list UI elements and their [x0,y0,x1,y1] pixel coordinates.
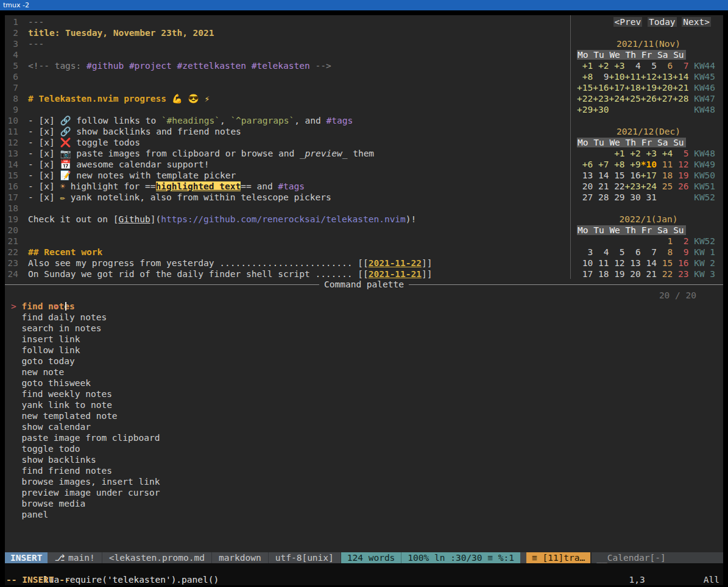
palette-item[interactable]: find daily notes [5,312,723,323]
github-url[interactable]: https://github.com/renerocksai/telekaste… [161,214,406,224]
calendar-day-cell[interactable]: +3 [641,149,657,158]
tag-project[interactable]: #project [129,61,172,71]
calendar-day-cell[interactable]: 9 [673,247,688,257]
calendar-day-cell[interactable]: 5 [609,247,624,257]
palette-item[interactable]: preview image under cursor [5,487,723,498]
calendar-day-cell[interactable]: +7 [593,160,609,169]
calendar-day-cell[interactable]: 22 [657,269,673,279]
calendar-day-cell[interactable]: +15 [577,83,593,93]
today-button[interactable]: Today [648,17,677,27]
palette-item[interactable]: paste image from clipboard [5,432,723,443]
calendar-day-cell[interactable]: 31 [641,192,657,202]
calendar-day-cell[interactable]: +9 [625,160,641,169]
calendar-day-cell[interactable]: 7 [673,61,688,71]
calendar-day-cell[interactable]: 1 [657,236,673,246]
calendar-day-cell[interactable]: +28 [673,94,688,104]
calendar-day-cell[interactable]: 23 [673,269,688,279]
next-button[interactable]: Next> [682,17,711,27]
calendar-day-cell[interactable]: +10 [609,72,624,82]
calendar-day-cell[interactable]: 18 [593,269,609,279]
calendar-day-cell[interactable]: +14 [673,72,688,82]
tag-zettelkasten[interactable]: #zettelkasten [177,61,246,71]
calendar-day-cell[interactable]: 2 [673,236,688,246]
calendar-day-cell[interactable]: *10 [641,160,657,169]
calendar-day-cell[interactable]: 15 [609,170,624,180]
calendar-day-cell[interactable]: 19 [673,170,688,180]
calendar-day-cell[interactable]: +29 [577,105,593,114]
calendar-day-cell[interactable]: +25 [625,94,641,104]
calendar-day-cell[interactable]: +30 [593,105,609,114]
calendar-day-cell[interactable]: 14 [593,170,609,180]
editor-pane[interactable]: 1---2title: Tuesday, November 23th, 2021… [5,15,570,279]
calendar-day-cell[interactable]: +8 [577,72,593,82]
calendar-day-cell[interactable]: +16 [593,83,609,93]
calendar-day-cell[interactable]: +26 [641,94,657,104]
calendar-day-cell[interactable]: +20 [657,83,673,93]
calendar-day-cell[interactable]: 27 [577,192,593,202]
calendar-day-cell[interactable]: +27 [657,94,673,104]
calendar-day-cell[interactable]: 14 [641,258,657,268]
calendar-day-cell[interactable]: 10 [577,258,593,268]
calendar-day-cell[interactable]: 13 [625,258,641,268]
calendar-day-cell[interactable]: 8 [657,247,673,257]
calendar-day-cell[interactable]: 22 [609,181,624,191]
calendar-day-cell[interactable]: +23 [593,94,609,104]
palette-item[interactable]: show backlinks [5,454,723,465]
calendar-day-cell[interactable]: +11 [625,72,641,82]
tag-github[interactable]: #github [87,61,124,71]
calendar-day-cell[interactable]: +18 [625,83,641,93]
calendar-day-cell[interactable]: 21 [593,181,609,191]
calendar-day-cell[interactable]: +1 [577,61,593,71]
calendar-day-cell[interactable]: +17 [641,170,657,180]
calendar-day-cell[interactable]: 15 [657,258,673,268]
calendar-day-cell[interactable]: 16 [625,170,641,180]
calendar-day-cell[interactable]: +4 [657,149,673,158]
calendar-day-cell[interactable]: 20 [625,269,641,279]
palette-item[interactable]: panel [5,509,723,520]
calendar-day-cell[interactable]: +13 [657,72,673,82]
palette-item[interactable]: new templated note [5,410,723,421]
calendar-day-cell[interactable]: +1 [609,149,624,158]
palette-item[interactable]: goto today [5,356,723,367]
calendar-day-cell[interactable]: 12 [609,258,624,268]
calendar-day-cell[interactable]: +23 [625,181,641,191]
prev-button[interactable]: <Prev [613,17,643,27]
calendar-day-cell[interactable]: +2 [593,61,609,71]
palette-item[interactable]: new note [5,367,723,378]
github-link[interactable]: Github [118,214,150,224]
palette-item[interactable]: insert link [5,334,723,345]
palette-item[interactable]: goto thisweek [5,378,723,388]
calendar-day-cell[interactable]: +22 [577,94,593,104]
palette-item-selected[interactable]: > find notes [5,301,723,312]
calendar-day-cell[interactable]: 3 [577,247,593,257]
calendar-day-cell[interactable]: 29 [609,192,624,202]
calendar-day-cell[interactable]: 7 [641,247,657,257]
calendar-day-cell[interactable]: 19 [609,269,624,279]
calendar-day-cell[interactable]: 11 [657,160,673,169]
calendar-day-cell[interactable]: +17 [609,83,624,93]
calendar-day-cell[interactable]: +24 [641,181,657,191]
calendar-day-cell[interactable]: 20 [577,181,593,191]
wikilink-2021-11-22[interactable]: 2021-11-22 [369,258,422,268]
calendar-day-cell[interactable]: 13 [577,170,593,180]
calendar-day-cell[interactable]: +8 [609,160,624,169]
calendar-day-cell[interactable]: 4 [625,61,641,71]
calendar-day-cell[interactable]: +24 [609,94,624,104]
calendar-day-cell[interactable]: 5 [673,149,688,158]
calendar-day-cell[interactable]: +21 [673,83,688,93]
calendar-day-cell[interactable]: 17 [577,269,593,279]
tag-tags[interactable]: #tags [278,181,305,191]
palette-item[interactable]: follow link [5,345,723,356]
calendar-day-cell[interactable]: 16 [673,258,688,268]
calendar-day-cell[interactable]: 4 [593,247,609,257]
calendar-day-cell[interactable]: 6 [657,61,673,71]
palette-item[interactable]: search in notes [5,323,723,334]
calendar-day-cell[interactable]: 30 [625,192,641,202]
palette-item[interactable]: find friend notes [5,465,723,476]
calendar-day-cell[interactable]: 21 [641,269,657,279]
calendar-day-cell[interactable]: 6 [625,247,641,257]
calendar-day-cell[interactable]: 18 [657,170,673,180]
palette-item[interactable]: browse media [5,498,723,509]
palette-item[interactable]: show calendar [5,421,723,432]
calendar-day-cell[interactable]: 28 [593,192,609,202]
